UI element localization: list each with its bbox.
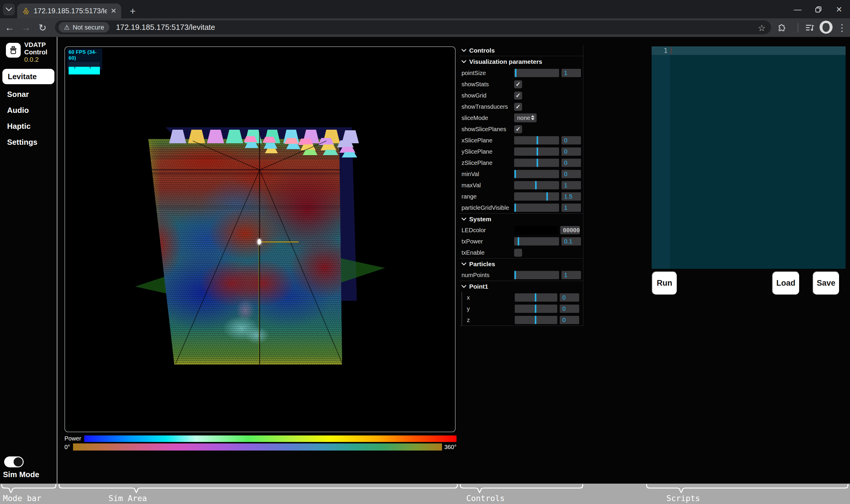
particlegridvisible-row: particleGridVisible 1: [459, 202, 583, 213]
slider-thumb[interactable]: [537, 147, 538, 156]
angle-min-label: 0°: [65, 444, 70, 451]
back-button[interactable]: ←: [2, 21, 17, 35]
sidebar-item-levitate[interactable]: Levitate: [2, 69, 54, 84]
window-close-button[interactable]: ✕: [830, 4, 848, 15]
point1-y-value[interactable]: 0: [560, 305, 579, 313]
bookmark-star-icon[interactable]: ☆: [758, 23, 766, 33]
maxval-slider[interactable]: [514, 181, 559, 190]
slider-thumb[interactable]: [515, 69, 517, 77]
ysliceplane-row: ySlicePlane 0: [459, 146, 583, 157]
controls-header[interactable]: Controls: [459, 45, 583, 56]
point1-z-slider[interactable]: [515, 316, 557, 324]
reload-button[interactable]: ↻: [35, 21, 50, 35]
fps-graph-fill: [69, 67, 100, 74]
slider-thumb[interactable]: [515, 203, 516, 212]
point1-z-value[interactable]: 0: [560, 316, 579, 324]
slider-thumb[interactable]: [537, 136, 538, 144]
app-root: VDATP Control 0.0.2 Levitate Sonar Audio…: [0, 37, 850, 484]
ledcolor-swatch[interactable]: [514, 226, 558, 235]
txenable-row: txEnable: [459, 247, 583, 258]
minval-slider[interactable]: [514, 170, 559, 178]
ysliceplane-value[interactable]: 0: [561, 147, 581, 156]
slider-thumb[interactable]: [537, 159, 538, 167]
media-controls-button[interactable]: [803, 21, 817, 34]
xsliceplane-value[interactable]: 0: [561, 136, 581, 144]
chevron-down-icon: [462, 218, 466, 221]
zsliceplane-value[interactable]: 0: [561, 159, 581, 167]
profile-avatar[interactable]: [819, 21, 833, 34]
numpoints-slider[interactable]: [514, 271, 559, 279]
range-value[interactable]: 1.5: [561, 192, 581, 201]
folder-system[interactable]: System: [459, 213, 583, 224]
folder-visualization-parameters[interactable]: Visualization parameters: [459, 56, 583, 67]
ysliceplane-slider[interactable]: [514, 147, 559, 156]
browser-tab[interactable]: 172.19.185.175:5173/levitate ✕: [17, 3, 121, 18]
particlegridvisible-value[interactable]: 1: [561, 203, 581, 212]
app-title: VDATP Control 0.0.2: [24, 41, 47, 63]
txpower-slider[interactable]: [514, 237, 559, 246]
range-slider[interactable]: [514, 192, 559, 201]
annotation-mode-bar: Mode bar: [3, 494, 41, 503]
save-button[interactable]: Save: [813, 271, 840, 295]
sim-viewport[interactable]: 60 FPS (34-60): [65, 47, 456, 432]
folder-particles[interactable]: Particles: [459, 258, 583, 269]
minval-value[interactable]: 0: [561, 170, 581, 178]
security-chip[interactable]: ⚠ Not secure: [58, 22, 109, 33]
numpoints-value[interactable]: 1: [561, 271, 581, 279]
showtransducers-checkbox[interactable]: ✓: [514, 103, 522, 111]
pointsize-value[interactable]: 1: [561, 69, 581, 77]
maxval-value[interactable]: 1: [561, 181, 581, 190]
zsliceplane-slider[interactable]: [514, 159, 559, 167]
browser-menu-button[interactable]: ⋮: [835, 21, 849, 34]
sim-mode-toggle[interactable]: [4, 456, 24, 467]
slider-thumb[interactable]: [535, 181, 537, 190]
particlegridvisible-slider[interactable]: [514, 203, 559, 212]
point1-y-slider[interactable]: [515, 305, 557, 313]
url-text: 172.19.185.175:5173/levitate: [116, 23, 215, 32]
xsliceplane-slider[interactable]: [514, 136, 559, 144]
txpower-value[interactable]: 0.1: [561, 237, 581, 246]
pointsize-slider[interactable]: [514, 69, 559, 77]
editor-line-number: 1: [652, 47, 667, 54]
slider-thumb[interactable]: [535, 305, 536, 313]
select-arrows-icon: [531, 115, 535, 120]
power-label: Power: [65, 435, 81, 442]
point1-x-value[interactable]: 0: [560, 293, 579, 302]
new-tab-button[interactable]: +: [126, 5, 139, 17]
showgrid-checkbox[interactable]: ✓: [514, 92, 522, 100]
extensions-button[interactable]: [775, 21, 788, 34]
maxval-row: maxVal 1: [459, 180, 583, 191]
toolbar-separator: [798, 23, 798, 33]
slider-thumb[interactable]: [535, 293, 536, 302]
txenable-checkbox[interactable]: [514, 249, 522, 257]
window-restore-button[interactable]: [810, 4, 827, 15]
load-button[interactable]: Load: [772, 271, 800, 295]
slider-thumb[interactable]: [518, 237, 519, 246]
slider-thumb[interactable]: [547, 192, 548, 201]
sidebar-item-haptic[interactable]: Haptic: [0, 119, 57, 134]
favicon-icon: [22, 7, 30, 15]
slider-thumb[interactable]: [515, 271, 516, 279]
slicemode-select[interactable]: none: [514, 113, 537, 122]
tab-search-button[interactable]: [3, 3, 15, 15]
forward-button[interactable]: →: [19, 21, 33, 35]
script-editor[interactable]: 1: [652, 47, 846, 269]
browser-chrome: 172.19.185.175:5173/levitate ✕ + — ✕ ← →…: [0, 0, 850, 37]
address-bar[interactable]: ⚠ Not secure 172.19.185.175:5173/levitat…: [55, 20, 771, 34]
tab-title: 172.19.185.175:5173/levitate: [34, 7, 107, 15]
folder-point1[interactable]: Point1: [459, 281, 583, 292]
ledcolor-value[interactable]: 000000: [560, 226, 580, 234]
window-minimize-button[interactable]: —: [789, 4, 806, 15]
sidebar-item-settings[interactable]: Settings: [0, 134, 57, 150]
point1-x-slider[interactable]: [515, 293, 557, 302]
showstats-checkbox[interactable]: ✓: [514, 80, 522, 88]
annotation-bar: Mode bar Sim Area Controls Scripts: [0, 484, 850, 504]
tab-close-icon[interactable]: ✕: [110, 7, 117, 15]
sidebar-item-audio[interactable]: Audio: [0, 103, 57, 118]
fps-stats-widget[interactable]: 60 FPS (34-60): [67, 49, 102, 70]
run-button[interactable]: Run: [652, 271, 677, 295]
showsliceplanes-checkbox[interactable]: ✓: [514, 125, 522, 133]
slider-thumb[interactable]: [515, 170, 516, 178]
slider-thumb[interactable]: [535, 316, 536, 324]
sidebar-item-sonar[interactable]: Sonar: [0, 87, 57, 102]
